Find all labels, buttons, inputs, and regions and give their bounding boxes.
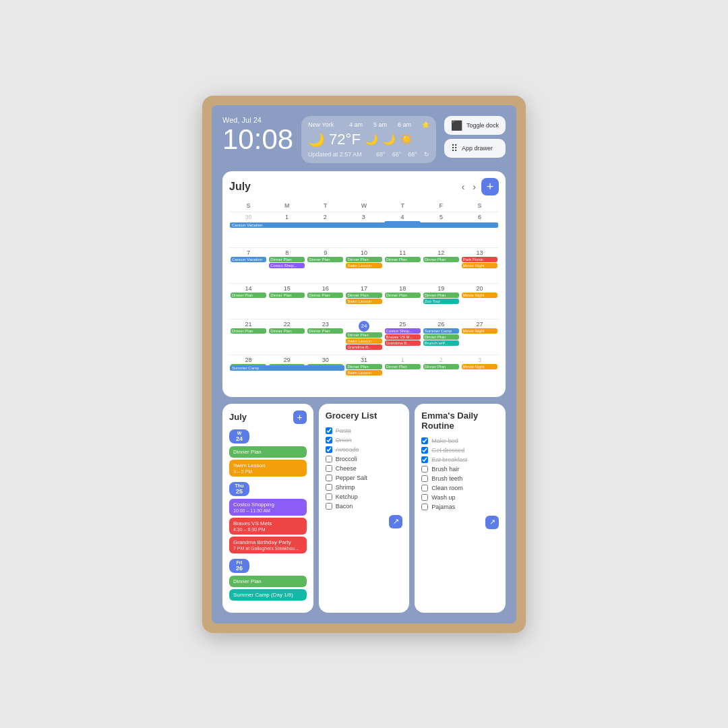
toggle-dock-icon: ⬛: [451, 120, 462, 131]
agenda-title: July: [229, 412, 247, 422]
agenda-event-dinner-plan-fri[interactable]: Dinner Plan: [229, 576, 307, 587]
grocery-item-onion: Onion: [326, 435, 403, 445]
agenda-badge-thu25: Thu 25: [229, 482, 249, 496]
cal-day-22[interactable]: 22 Dinner Plan: [268, 320, 306, 355]
grocery-check-bacon[interactable]: [326, 503, 332, 510]
calendar-prev-button[interactable]: ‹: [459, 180, 468, 193]
agenda-event-swim-lesson[interactable]: Swim Lesson 3 – 5 PM: [229, 460, 307, 477]
cal-day-8[interactable]: 8 Dinner Plan Costco Shop...: [268, 248, 306, 283]
cal-day-20[interactable]: 20 Movie Night: [460, 284, 499, 319]
cal-day-29[interactable]: 29 Dinner Plan: [268, 355, 306, 390]
calendar-grid: S M T W T F S 30 1 2 3 4 In: [229, 201, 499, 390]
calendar-week-4: 21 Dinner Plan 22 Dinner Plan 23 Dinner …: [229, 319, 499, 355]
grocery-check-cheese[interactable]: [326, 465, 332, 472]
cal-day-27[interactable]: 27 Movie Night: [460, 320, 499, 355]
grocery-item-shrimp: Shrimp: [326, 483, 403, 492]
grocery-item-cheese: Cheese: [326, 464, 403, 473]
cal-day-14[interactable]: 14 Dinner Plan: [229, 284, 268, 319]
grocery-check-avocado[interactable]: [326, 446, 332, 453]
routine-external-link-button[interactable]: ↗: [485, 516, 499, 529]
grocery-item-pepper-salt: Pepper Salt: [326, 473, 403, 483]
agenda-day-thu25: Thu 25 Costco Shopping 10:00 – 11:30 AM …: [229, 482, 307, 553]
routine-check-brush-hair[interactable]: [421, 466, 428, 473]
quick-actions: ⬛ Toggle dock ⠿ App drawer: [444, 116, 506, 163]
routine-check-make-bed[interactable]: [421, 437, 428, 444]
cal-day-5[interactable]: 5: [422, 212, 460, 247]
grocery-external-link-button[interactable]: ↗: [389, 515, 402, 528]
routine-title: Emma's Daily Routine: [421, 411, 499, 431]
cal-day-9[interactable]: 9 Dinner Plan: [306, 248, 344, 283]
cal-day-11[interactable]: 11 Dinner Plan: [384, 248, 422, 283]
cal-day-24-today[interactable]: 24 Dinner Plan Swim Lesson Grandma B...: [344, 320, 383, 355]
grocery-check-pepper-salt[interactable]: [326, 475, 332, 481]
cal-day-21[interactable]: 21 Dinner Plan: [229, 320, 268, 355]
date-label: Wed, Jul 24: [222, 116, 293, 124]
cal-day-7[interactable]: 7 Cancun Vacation: [229, 248, 268, 283]
agenda-event-braves[interactable]: Braves VS Mets 4:30 – 6:30 PM: [229, 518, 307, 535]
bottom-section: July + W 24 Dinner Plan Swim: [222, 404, 506, 613]
cal-day-28[interactable]: 28 Dinner Plan: [229, 355, 268, 390]
cal-day-2-next[interactable]: 2 Dinner Plan: [422, 355, 460, 390]
routine-check-brush-teeth[interactable]: [421, 475, 428, 482]
cal-day-2[interactable]: 2: [306, 212, 344, 247]
cal-day-10[interactable]: 10 Dinner Plan Swim Lesson: [344, 248, 383, 283]
cal-day-31[interactable]: 31 Dinner Plan Swim Lesson: [344, 355, 383, 390]
weather-temp: 72°F: [329, 131, 361, 148]
agenda-day-wed24: W 24 Dinner Plan Swim Lesson 3 – 5 PM: [229, 429, 307, 477]
grocery-check-broccoli[interactable]: [326, 456, 332, 462]
cal-day-30-prev[interactable]: 30: [229, 212, 268, 247]
device-frame: Wed, Jul 24 10:08 New York 4 am 5 am 6 a…: [202, 96, 526, 633]
cal-day-25[interactable]: 25 Costco Shop... Braves VS M... Grandma…: [384, 320, 422, 355]
cal-day-4[interactable]: 4 Independence Day: [383, 212, 422, 247]
cal-day-3-next[interactable]: 3 Movie Night: [460, 355, 499, 390]
routine-check-eat-breakfast[interactable]: [421, 456, 428, 463]
cal-day-30[interactable]: 30 Dinner Plan: [306, 355, 344, 390]
grocery-check-shrimp[interactable]: [326, 484, 332, 491]
agenda-badge-fri26: Fri 26: [229, 559, 249, 573]
routine-list: Make bed Get dressed Eat breakfast Brush…: [421, 436, 499, 512]
cal-day-23[interactable]: 23 Dinner Plan: [306, 320, 344, 355]
agenda-add-button[interactable]: +: [293, 411, 307, 424]
grocery-check-onion[interactable]: [326, 437, 332, 444]
cal-day-6[interactable]: 6: [460, 212, 499, 247]
grocery-list: Pasta Onion Avocado Broccoli: [326, 426, 403, 511]
cal-day-13[interactable]: 13 Park Picnic Movie Night: [460, 248, 499, 283]
cal-day-15[interactable]: 15 Dinner Plan: [268, 284, 306, 319]
calendar-title: July: [229, 181, 459, 193]
toggle-dock-button[interactable]: ⬛ Toggle dock: [444, 116, 506, 135]
routine-item-pajamas: Pajamas: [421, 502, 499, 512]
calendar-next-button[interactable]: ›: [470, 180, 479, 193]
grocery-header: Grocery List: [326, 411, 403, 421]
agenda-day-header-fri26: Fri 26: [229, 559, 307, 573]
cal-day-18[interactable]: 18 Dinner Plan: [384, 284, 422, 319]
cal-day-1-next[interactable]: 1 Dinner Plan: [384, 355, 422, 390]
moon-icon-2: 🌙: [365, 133, 378, 146]
cal-day-26[interactable]: 26 Summer Camp Dinner Plan Brunch w/P...: [422, 320, 460, 355]
cal-day-12[interactable]: 12 Dinner Plan: [422, 248, 460, 283]
routine-check-clean-room[interactable]: [421, 485, 428, 491]
grocery-check-ketchup[interactable]: [326, 493, 332, 500]
agenda-day-header-thu25: Thu 25: [229, 482, 307, 496]
agenda-event-summer-camp[interactable]: Summer Camp (Day 1/8): [229, 589, 307, 601]
cal-day-17[interactable]: 17 Dinner Plan Swim Lesson: [344, 284, 383, 319]
cal-day-3[interactable]: 3: [344, 212, 383, 247]
grocery-check-pasta[interactable]: [326, 427, 332, 434]
cal-day-16[interactable]: 16 Dinner Plan: [306, 284, 344, 319]
toggle-dock-label: Toggle dock: [466, 122, 499, 129]
cal-day-1[interactable]: 1: [268, 212, 306, 247]
agenda-event-costco[interactable]: Costco Shopping 10:00 – 11:30 AM: [229, 499, 307, 516]
weather-widget: New York 4 am 5 am 6 am 🌟 🌙 72°F 🌙 🌙 ☀️: [301, 116, 436, 163]
calendar-dow-row: S M T W T F S: [229, 201, 499, 210]
cal-day-19[interactable]: 19 Dinner Plan Zoo Tour: [422, 284, 460, 319]
agenda-widget: July + W 24 Dinner Plan Swim: [222, 404, 313, 613]
agenda-event-dinner-plan-wed[interactable]: Dinner Plan: [229, 446, 307, 458]
agenda-event-grandma-party[interactable]: Grandma Birthday Party 7 PM at Gallagher…: [229, 537, 307, 553]
routine-check-wash-up[interactable]: [421, 494, 428, 501]
calendar-add-button[interactable]: +: [481, 178, 499, 195]
time-display: 10:08: [222, 125, 293, 154]
routine-check-pajamas[interactable]: [421, 504, 428, 510]
calendar-week-1: 30 1 2 3 4 Independence Day 5 6 Cancun V…: [229, 212, 499, 247]
refresh-icon[interactable]: ↻: [424, 151, 429, 158]
app-drawer-button[interactable]: ⠿ App drawer: [444, 139, 506, 158]
routine-check-get-dressed[interactable]: [421, 447, 428, 454]
